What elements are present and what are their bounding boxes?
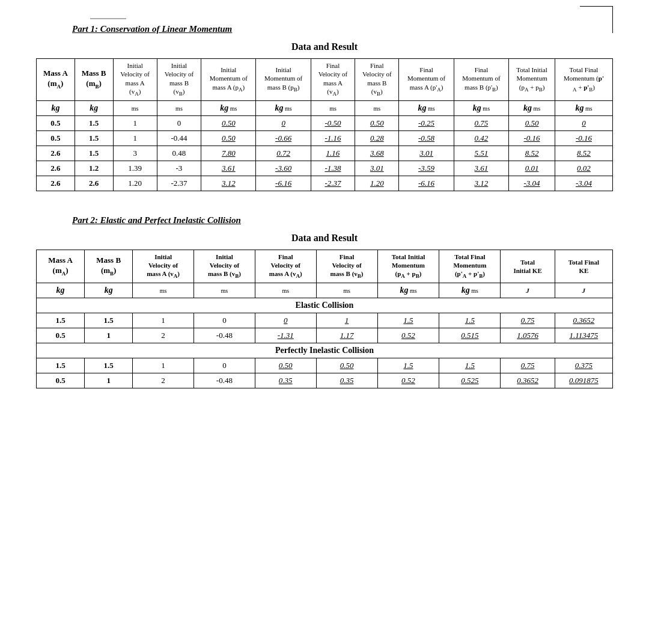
col-totalFinalMom-header: Total FinalMomentum (p'A + p'B)	[555, 59, 612, 101]
p2-section1-row0: 1.51.5100.500.501.51.50.750.375	[37, 358, 613, 373]
unit-initMomB: kg ms	[256, 100, 311, 115]
p2-s0-r1-massA: 0.5	[37, 328, 85, 343]
col-initVelA-header: InitialVelocity ofmass A(vA)	[113, 59, 157, 101]
part1-table: Mass A(mA) Mass B(mB) InitialVelocity of…	[36, 58, 613, 191]
p1-row3-finalVelB: 3.01	[355, 161, 399, 176]
unit-finalVelB: ms	[355, 100, 399, 115]
unit-totalInitMom: kg ms	[509, 100, 555, 115]
col-finalVelB-header: FinalVelocity ofmass B(vB)	[355, 59, 399, 101]
p1-row0-finalVelB: 0.50	[355, 115, 399, 130]
part2-header-row: Mass A(mA) Mass B(mB) InitialVelocity of…	[37, 250, 613, 283]
part1-data-row: 2.61.530.487.800.721.163.683.015.518.528…	[37, 146, 613, 161]
p1-row4-finalVelB: 1.20	[355, 176, 399, 191]
p2-s0-r1-totalInitMom: 0.52	[377, 328, 439, 343]
p2-unit-finalVelB: ms	[316, 283, 377, 298]
p1-row0-totalFinalMom: 0	[555, 115, 612, 130]
p2-s1-r0-massB: 1.5	[85, 358, 133, 373]
p2-s0-r1-finalVelB: 1.17	[316, 328, 377, 343]
p1-row2-finalVelA: 1.16	[311, 146, 355, 161]
p2-s1-r1-initVelA: 2	[133, 373, 194, 388]
p2-s1-r1-initVelB: -0.48	[193, 373, 255, 388]
unit-totalFinalMom: kg ms	[555, 100, 612, 115]
p1-row4-initVelA: 1.20	[113, 176, 157, 191]
p1-row0-initMomB: 0	[256, 115, 311, 130]
p1-row2-initMomB: 0.72	[256, 146, 311, 161]
p2-s0-r1-totalInitKE: 1.0576	[501, 328, 555, 343]
p2-s0-r0-finalVelA: 0	[255, 313, 316, 328]
p2-unit-totalFinalKE: J	[555, 283, 612, 298]
p1-row3-totalFinalMom: 0.02	[555, 161, 612, 176]
p2-col-massA-header: Mass A(mA)	[37, 250, 85, 283]
unit-finalMomB: kg ms	[454, 100, 508, 115]
p2-s0-r0-initVelA: 1	[133, 313, 194, 328]
p1-row1-initVelA: 1	[113, 130, 157, 146]
p2-unit-initVelB: ms	[193, 283, 255, 298]
p2-s0-r0-finalVelB: 1	[316, 313, 377, 328]
p1-row2-totalInitMom: 8.52	[509, 146, 555, 161]
p2-section-label-0: Elastic Collision	[37, 298, 613, 313]
p2-unit-totalFinalMom: kg ms	[439, 283, 501, 298]
unit-finalVelA: ms	[311, 100, 355, 115]
p1-row2-massB: 1.5	[75, 146, 113, 161]
p2-s0-r1-totalFinalMom: 0.515	[439, 328, 501, 343]
col-initMomA-header: InitialMomentum ofmass A (pA)	[201, 59, 256, 101]
part1-data-row: 0.51.51-0.440.50-0.66-1.160.28-0.580.42-…	[37, 130, 613, 146]
p2-unit-massB: kg	[85, 283, 133, 298]
p1-row1-finalVelB: 0.28	[355, 130, 399, 146]
p1-row3-totalInitMom: 0.01	[509, 161, 555, 176]
p2-col-initVelB-header: InitialVelocity ofmass B (vB)	[193, 250, 255, 283]
col-totalInitMom-header: Total InitialMomentum(pA + pB)	[509, 59, 555, 101]
p1-row1-massA: 0.5	[37, 130, 75, 146]
part1-section-title: Data and Result	[36, 41, 613, 52]
part1-data-row: 0.51.5100.500-0.500.50-0.250.750.500	[37, 115, 613, 130]
p1-row3-finalMomB: 3.61	[454, 161, 508, 176]
p1-row0-initMomA: 0.50	[201, 115, 256, 130]
p2-s0-r0-initVelB: 0	[193, 313, 255, 328]
p1-row4-totalInitMom: -3.04	[509, 176, 555, 191]
p2-section0-row0: 1.51.510011.51.50.750.3652	[37, 313, 613, 328]
col-massA-header: Mass A(mA)	[37, 59, 75, 101]
p1-row0-massA: 0.5	[37, 115, 75, 130]
p1-row1-initMomA: 0.50	[201, 130, 256, 146]
p2-s1-r1-totalInitKE: 0.3652	[501, 373, 555, 388]
p2-section0-row1: 0.512-0.48-1.311.170.520.5151.05761.1134…	[37, 328, 613, 343]
part1-data-row: 2.62.61.20-2.373.12-6.16-2.371.20-6.163.…	[37, 176, 613, 191]
p2-col-finalVelB-header: FinalVelocity ofmass B (vB)	[316, 250, 377, 283]
p1-row3-massB: 1.2	[75, 161, 113, 176]
unit-finalMomA: kg ms	[399, 100, 454, 115]
unit-initVelB: ms	[157, 100, 201, 115]
col-finalMomA-header: FinalMomentum ofmass A (p'A)	[399, 59, 454, 101]
p2-col-finalVelA-header: FinalVelocity ofmass A (vA)	[255, 250, 316, 283]
p2-unit-finalVelA: ms	[255, 283, 316, 298]
part1-unit-row: kg kg ms ms kg ms kg ms ms ms kg ms kg m…	[37, 100, 613, 115]
p2-s0-r0-totalInitMom: 1.5	[377, 313, 439, 328]
p1-row2-totalFinalMom: 8.52	[555, 146, 612, 161]
unit-initMomA: kg ms	[201, 100, 256, 115]
part2-section: Part 2: Elastic and Perfect Inelastic Co…	[36, 215, 613, 388]
part1-tbody: 0.51.5100.500-0.500.50-0.250.750.5000.51…	[37, 115, 613, 191]
col-finalVelA-header: FinalVelocity ofmass A(vA)	[311, 59, 355, 101]
p1-row1-finalVelA: -1.16	[311, 130, 355, 146]
p1-row1-massB: 1.5	[75, 130, 113, 146]
p1-row2-initMomA: 7.80	[201, 146, 256, 161]
p1-row4-massA: 2.6	[37, 176, 75, 191]
p2-s0-r1-massB: 1	[85, 328, 133, 343]
p1-row0-finalMomA: -0.25	[399, 115, 454, 130]
p1-row4-totalFinalMom: -3.04	[555, 176, 612, 191]
unit-initVelA: ms	[113, 100, 157, 115]
part1-header-row: Mass A(mA) Mass B(mB) InitialVelocity of…	[37, 59, 613, 101]
p1-row3-massA: 2.6	[37, 161, 75, 176]
p2-s0-r1-initVelA: 2	[133, 328, 194, 343]
p2-s1-r0-finalVelA: 0.50	[255, 358, 316, 373]
p2-col-totalInitKE-header: TotalInitial KE	[501, 250, 555, 283]
p1-row4-initVelB: -2.37	[157, 176, 201, 191]
p1-row4-finalMomA: -6.16	[399, 176, 454, 191]
p1-row3-initMomA: 3.61	[201, 161, 256, 176]
p1-row1-initVelB: -0.44	[157, 130, 201, 146]
part2-unit-row: kg kg ms ms ms ms kg ms kg ms J J	[37, 283, 613, 298]
part2-table: Mass A(mA) Mass B(mB) InitialVelocity of…	[36, 250, 613, 388]
p2-section1-row1: 0.512-0.480.350.350.520.5250.36520.09187…	[37, 373, 613, 388]
p2-s1-r1-totalFinalMom: 0.525	[439, 373, 501, 388]
part2-section-title: Data and Result	[36, 233, 613, 244]
unit-massB: kg	[75, 100, 113, 115]
